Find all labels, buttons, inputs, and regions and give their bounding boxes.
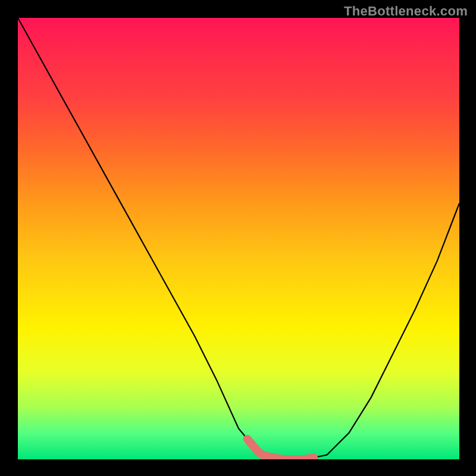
bottleneck-curve xyxy=(18,18,459,459)
curve-layer xyxy=(18,18,459,459)
plot-area xyxy=(18,18,459,459)
highlight-segment xyxy=(248,439,314,459)
watermark-label: TheBottleneck.com xyxy=(344,4,468,19)
chart-frame: TheBottleneck.com xyxy=(0,0,476,476)
